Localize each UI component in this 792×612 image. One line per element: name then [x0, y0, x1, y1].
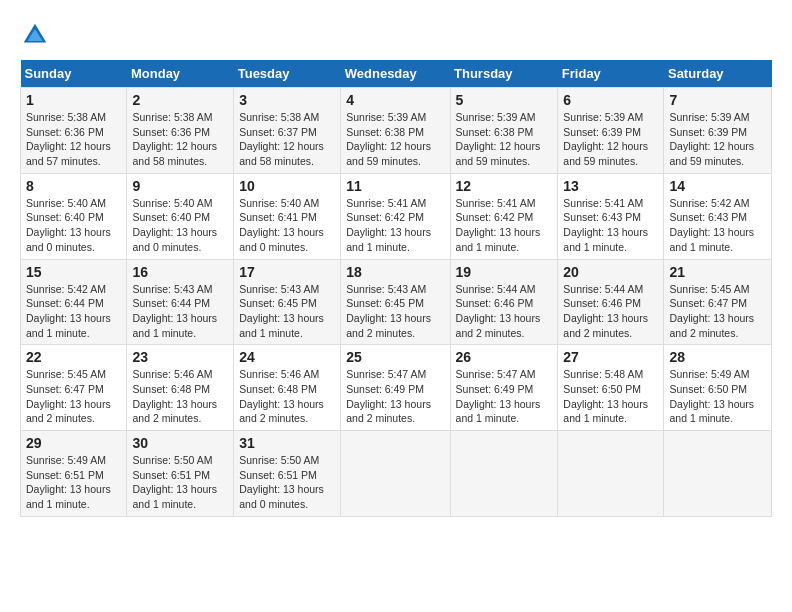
cell-content: Sunrise: 5:39 AMSunset: 6:39 PMDaylight:… — [669, 111, 754, 167]
page-header — [20, 20, 772, 50]
day-number: 14 — [669, 178, 766, 194]
cell-content: Sunrise: 5:49 AMSunset: 6:51 PMDaylight:… — [26, 454, 111, 510]
calendar-cell: 13 Sunrise: 5:41 AMSunset: 6:43 PMDaylig… — [558, 173, 664, 259]
day-number: 21 — [669, 264, 766, 280]
day-number: 29 — [26, 435, 121, 451]
calendar-week-2: 8 Sunrise: 5:40 AMSunset: 6:40 PMDayligh… — [21, 173, 772, 259]
day-number: 1 — [26, 92, 121, 108]
calendar-cell: 17 Sunrise: 5:43 AMSunset: 6:45 PMDaylig… — [234, 259, 341, 345]
calendar-cell: 3 Sunrise: 5:38 AMSunset: 6:37 PMDayligh… — [234, 88, 341, 174]
cell-content: Sunrise: 5:45 AMSunset: 6:47 PMDaylight:… — [669, 283, 754, 339]
cell-content: Sunrise: 5:38 AMSunset: 6:37 PMDaylight:… — [239, 111, 324, 167]
day-number: 5 — [456, 92, 553, 108]
day-number: 12 — [456, 178, 553, 194]
day-number: 7 — [669, 92, 766, 108]
day-header-sunday: Sunday — [21, 60, 127, 88]
day-header-saturday: Saturday — [664, 60, 772, 88]
calendar-cell: 12 Sunrise: 5:41 AMSunset: 6:42 PMDaylig… — [450, 173, 558, 259]
calendar-cell: 21 Sunrise: 5:45 AMSunset: 6:47 PMDaylig… — [664, 259, 772, 345]
day-number: 20 — [563, 264, 658, 280]
calendar-cell: 30 Sunrise: 5:50 AMSunset: 6:51 PMDaylig… — [127, 431, 234, 517]
cell-content: Sunrise: 5:42 AMSunset: 6:44 PMDaylight:… — [26, 283, 111, 339]
logo — [20, 20, 54, 50]
day-number: 22 — [26, 349, 121, 365]
calendar-cell — [558, 431, 664, 517]
cell-content: Sunrise: 5:43 AMSunset: 6:45 PMDaylight:… — [346, 283, 431, 339]
calendar-cell: 11 Sunrise: 5:41 AMSunset: 6:42 PMDaylig… — [341, 173, 450, 259]
calendar-week-3: 15 Sunrise: 5:42 AMSunset: 6:44 PMDaylig… — [21, 259, 772, 345]
cell-content: Sunrise: 5:50 AMSunset: 6:51 PMDaylight:… — [132, 454, 217, 510]
day-header-friday: Friday — [558, 60, 664, 88]
calendar-cell: 23 Sunrise: 5:46 AMSunset: 6:48 PMDaylig… — [127, 345, 234, 431]
cell-content: Sunrise: 5:50 AMSunset: 6:51 PMDaylight:… — [239, 454, 324, 510]
calendar-cell: 31 Sunrise: 5:50 AMSunset: 6:51 PMDaylig… — [234, 431, 341, 517]
day-number: 28 — [669, 349, 766, 365]
calendar-cell: 18 Sunrise: 5:43 AMSunset: 6:45 PMDaylig… — [341, 259, 450, 345]
cell-content: Sunrise: 5:42 AMSunset: 6:43 PMDaylight:… — [669, 197, 754, 253]
cell-content: Sunrise: 5:39 AMSunset: 6:38 PMDaylight:… — [456, 111, 541, 167]
cell-content: Sunrise: 5:38 AMSunset: 6:36 PMDaylight:… — [26, 111, 111, 167]
cell-content: Sunrise: 5:39 AMSunset: 6:38 PMDaylight:… — [346, 111, 431, 167]
cell-content: Sunrise: 5:45 AMSunset: 6:47 PMDaylight:… — [26, 368, 111, 424]
cell-content: Sunrise: 5:43 AMSunset: 6:44 PMDaylight:… — [132, 283, 217, 339]
day-header-monday: Monday — [127, 60, 234, 88]
logo-icon — [20, 20, 50, 50]
calendar-cell: 1 Sunrise: 5:38 AMSunset: 6:36 PMDayligh… — [21, 88, 127, 174]
cell-content: Sunrise: 5:44 AMSunset: 6:46 PMDaylight:… — [456, 283, 541, 339]
day-number: 4 — [346, 92, 444, 108]
calendar-cell: 28 Sunrise: 5:49 AMSunset: 6:50 PMDaylig… — [664, 345, 772, 431]
calendar-week-5: 29 Sunrise: 5:49 AMSunset: 6:51 PMDaylig… — [21, 431, 772, 517]
calendar-cell — [664, 431, 772, 517]
day-number: 8 — [26, 178, 121, 194]
day-number: 31 — [239, 435, 335, 451]
day-number: 11 — [346, 178, 444, 194]
calendar-cell: 20 Sunrise: 5:44 AMSunset: 6:46 PMDaylig… — [558, 259, 664, 345]
cell-content: Sunrise: 5:44 AMSunset: 6:46 PMDaylight:… — [563, 283, 648, 339]
day-number: 9 — [132, 178, 228, 194]
calendar-cell: 22 Sunrise: 5:45 AMSunset: 6:47 PMDaylig… — [21, 345, 127, 431]
calendar-cell: 2 Sunrise: 5:38 AMSunset: 6:36 PMDayligh… — [127, 88, 234, 174]
cell-content: Sunrise: 5:41 AMSunset: 6:42 PMDaylight:… — [456, 197, 541, 253]
day-number: 19 — [456, 264, 553, 280]
calendar-cell — [341, 431, 450, 517]
cell-content: Sunrise: 5:46 AMSunset: 6:48 PMDaylight:… — [239, 368, 324, 424]
calendar-cell: 5 Sunrise: 5:39 AMSunset: 6:38 PMDayligh… — [450, 88, 558, 174]
day-number: 17 — [239, 264, 335, 280]
calendar-cell: 10 Sunrise: 5:40 AMSunset: 6:41 PMDaylig… — [234, 173, 341, 259]
cell-content: Sunrise: 5:40 AMSunset: 6:41 PMDaylight:… — [239, 197, 324, 253]
cell-content: Sunrise: 5:39 AMSunset: 6:39 PMDaylight:… — [563, 111, 648, 167]
cell-content: Sunrise: 5:38 AMSunset: 6:36 PMDaylight:… — [132, 111, 217, 167]
day-number: 2 — [132, 92, 228, 108]
cell-content: Sunrise: 5:40 AMSunset: 6:40 PMDaylight:… — [132, 197, 217, 253]
calendar-cell: 9 Sunrise: 5:40 AMSunset: 6:40 PMDayligh… — [127, 173, 234, 259]
day-number: 3 — [239, 92, 335, 108]
calendar-cell — [450, 431, 558, 517]
day-number: 25 — [346, 349, 444, 365]
cell-content: Sunrise: 5:43 AMSunset: 6:45 PMDaylight:… — [239, 283, 324, 339]
cell-content: Sunrise: 5:46 AMSunset: 6:48 PMDaylight:… — [132, 368, 217, 424]
calendar-cell: 26 Sunrise: 5:47 AMSunset: 6:49 PMDaylig… — [450, 345, 558, 431]
calendar-cell: 4 Sunrise: 5:39 AMSunset: 6:38 PMDayligh… — [341, 88, 450, 174]
day-number: 18 — [346, 264, 444, 280]
calendar-cell: 14 Sunrise: 5:42 AMSunset: 6:43 PMDaylig… — [664, 173, 772, 259]
calendar-header-row: SundayMondayTuesdayWednesdayThursdayFrid… — [21, 60, 772, 88]
day-number: 30 — [132, 435, 228, 451]
calendar-cell: 8 Sunrise: 5:40 AMSunset: 6:40 PMDayligh… — [21, 173, 127, 259]
cell-content: Sunrise: 5:48 AMSunset: 6:50 PMDaylight:… — [563, 368, 648, 424]
cell-content: Sunrise: 5:47 AMSunset: 6:49 PMDaylight:… — [346, 368, 431, 424]
calendar-table: SundayMondayTuesdayWednesdayThursdayFrid… — [20, 60, 772, 517]
day-header-tuesday: Tuesday — [234, 60, 341, 88]
day-number: 24 — [239, 349, 335, 365]
day-number: 27 — [563, 349, 658, 365]
calendar-body: 1 Sunrise: 5:38 AMSunset: 6:36 PMDayligh… — [21, 88, 772, 517]
calendar-cell: 27 Sunrise: 5:48 AMSunset: 6:50 PMDaylig… — [558, 345, 664, 431]
cell-content: Sunrise: 5:40 AMSunset: 6:40 PMDaylight:… — [26, 197, 111, 253]
day-header-wednesday: Wednesday — [341, 60, 450, 88]
day-number: 26 — [456, 349, 553, 365]
cell-content: Sunrise: 5:49 AMSunset: 6:50 PMDaylight:… — [669, 368, 754, 424]
day-number: 13 — [563, 178, 658, 194]
day-header-thursday: Thursday — [450, 60, 558, 88]
day-number: 23 — [132, 349, 228, 365]
cell-content: Sunrise: 5:41 AMSunset: 6:42 PMDaylight:… — [346, 197, 431, 253]
calendar-cell: 6 Sunrise: 5:39 AMSunset: 6:39 PMDayligh… — [558, 88, 664, 174]
